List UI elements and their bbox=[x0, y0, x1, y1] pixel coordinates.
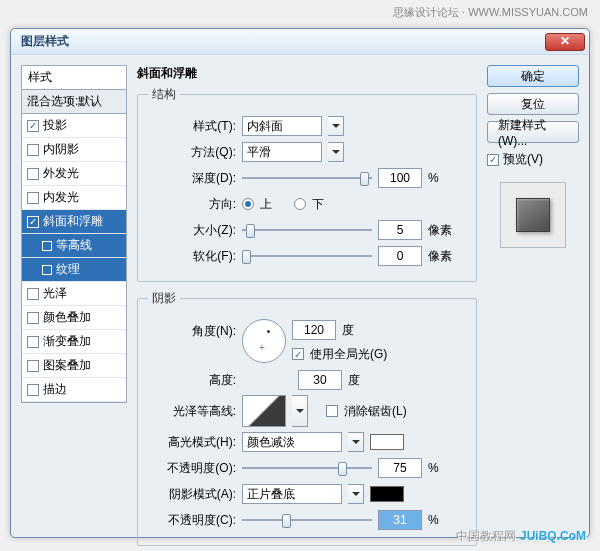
styles-sidebar: 样式 混合选项:默认 投影内阴影外发光内发光斜面和浮雕等高线纹理光泽颜色叠加渐变… bbox=[21, 65, 127, 527]
shadow-mode-select[interactable]: 正片叠底 bbox=[242, 484, 342, 504]
soften-slider[interactable] bbox=[242, 249, 372, 263]
sub-icon bbox=[42, 265, 52, 275]
style-item-label: 内发光 bbox=[43, 189, 79, 206]
watermark-top: 思缘设计论坛 · WWW.MISSYUAN.COM bbox=[393, 5, 588, 20]
style-item-label: 等高线 bbox=[56, 237, 92, 254]
style-checkbox[interactable] bbox=[27, 384, 39, 396]
style-checkbox[interactable] bbox=[27, 144, 39, 156]
gloss-dropdown-icon[interactable] bbox=[292, 395, 308, 427]
direction-down-radio[interactable] bbox=[294, 198, 306, 210]
shadow-opacity-label: 不透明度(C): bbox=[148, 512, 236, 529]
style-item-7[interactable]: 光泽 bbox=[22, 282, 126, 306]
direction-up-radio[interactable] bbox=[242, 198, 254, 210]
cancel-button[interactable]: 复位 bbox=[487, 93, 579, 115]
highlight-opacity-label: 不透明度(O): bbox=[148, 460, 236, 477]
close-button[interactable]: ✕ bbox=[545, 33, 585, 51]
preview-cube-icon bbox=[516, 198, 550, 232]
altitude-input[interactable]: 30 bbox=[298, 370, 342, 390]
shadow-mode-label: 阴影模式(A): bbox=[148, 486, 236, 503]
angle-wheel[interactable]: + bbox=[242, 319, 286, 363]
gloss-contour-label: 光泽等高线: bbox=[148, 403, 236, 420]
style-item-11[interactable]: 描边 bbox=[22, 378, 126, 402]
style-checkbox[interactable] bbox=[27, 168, 39, 180]
size-input[interactable]: 5 bbox=[378, 220, 422, 240]
size-slider[interactable] bbox=[242, 223, 372, 237]
style-checkbox[interactable] bbox=[27, 288, 39, 300]
style-item-label: 投影 bbox=[43, 117, 67, 134]
gloss-contour-picker[interactable] bbox=[242, 395, 286, 427]
direction-down-label: 下 bbox=[312, 196, 324, 213]
style-item-label: 光泽 bbox=[43, 285, 67, 302]
style-select[interactable]: 内斜面 bbox=[242, 116, 322, 136]
new-style-button[interactable]: 新建样式(W)... bbox=[487, 121, 579, 143]
antialias-checkbox[interactable] bbox=[326, 405, 338, 417]
style-item-label: 斜面和浮雕 bbox=[43, 213, 103, 230]
styles-list: 混合选项:默认 投影内阴影外发光内发光斜面和浮雕等高线纹理光泽颜色叠加渐变叠加图… bbox=[21, 89, 127, 403]
angle-label: 角度(N): bbox=[148, 319, 236, 340]
shadow-opacity-slider[interactable] bbox=[242, 513, 372, 527]
style-item-4[interactable]: 斜面和浮雕 bbox=[22, 210, 126, 234]
action-column: 确定 复位 新建样式(W)... 预览(V) bbox=[487, 65, 579, 527]
titlebar: 图层样式 ✕ bbox=[11, 29, 589, 55]
highlight-mode-label: 高光模式(H): bbox=[148, 434, 236, 451]
global-light-label: 使用全局光(G) bbox=[310, 346, 387, 363]
style-item-9[interactable]: 渐变叠加 bbox=[22, 330, 126, 354]
highlight-mode-dropdown-icon[interactable] bbox=[348, 432, 364, 452]
style-checkbox[interactable] bbox=[27, 360, 39, 372]
altitude-label: 高度: bbox=[148, 372, 236, 389]
pixel-unit: 像素 bbox=[428, 222, 452, 239]
technique-dropdown-icon[interactable] bbox=[328, 142, 344, 162]
soften-input[interactable]: 0 bbox=[378, 246, 422, 266]
soften-label: 软化(F): bbox=[148, 248, 236, 265]
angle-input[interactable]: 120 bbox=[292, 320, 336, 340]
shadow-opacity-input[interactable]: 31 bbox=[378, 510, 422, 530]
style-checkbox[interactable] bbox=[27, 336, 39, 348]
blend-options-row[interactable]: 混合选项:默认 bbox=[22, 90, 126, 114]
style-item-label: 内阴影 bbox=[43, 141, 79, 158]
preview-checkbox[interactable] bbox=[487, 154, 499, 166]
depth-input[interactable]: 100 bbox=[378, 168, 422, 188]
style-item-label: 渐变叠加 bbox=[43, 333, 91, 350]
highlight-opacity-input[interactable]: 75 bbox=[378, 458, 422, 478]
style-item-5[interactable]: 等高线 bbox=[22, 234, 126, 258]
percent-unit-2: % bbox=[428, 461, 439, 475]
shadow-mode-dropdown-icon[interactable] bbox=[348, 484, 364, 504]
style-dropdown-icon[interactable] bbox=[328, 116, 344, 136]
highlight-opacity-slider[interactable] bbox=[242, 461, 372, 475]
layer-style-dialog: 图层样式 ✕ 样式 混合选项:默认 投影内阴影外发光内发光斜面和浮雕等高线纹理光… bbox=[10, 28, 590, 538]
style-item-6[interactable]: 纹理 bbox=[22, 258, 126, 282]
percent-unit: % bbox=[428, 171, 439, 185]
shading-group: 阴影 角度(N): + 120 度 使用全局光(G) bbox=[137, 290, 477, 546]
shadow-color-swatch[interactable] bbox=[370, 486, 404, 502]
style-checkbox[interactable] bbox=[27, 192, 39, 204]
technique-label: 方法(Q): bbox=[148, 144, 236, 161]
panel-title: 斜面和浮雕 bbox=[137, 65, 477, 82]
style-item-10[interactable]: 图案叠加 bbox=[22, 354, 126, 378]
depth-slider[interactable] bbox=[242, 171, 372, 185]
antialias-label: 消除锯齿(L) bbox=[344, 403, 407, 420]
style-checkbox[interactable] bbox=[27, 216, 39, 228]
size-label: 大小(Z): bbox=[148, 222, 236, 239]
style-item-2[interactable]: 外发光 bbox=[22, 162, 126, 186]
structure-legend: 结构 bbox=[148, 86, 180, 103]
ok-button[interactable]: 确定 bbox=[487, 65, 579, 87]
styles-header: 样式 bbox=[21, 65, 127, 89]
style-item-1[interactable]: 内阴影 bbox=[22, 138, 126, 162]
style-item-8[interactable]: 颜色叠加 bbox=[22, 306, 126, 330]
global-light-checkbox[interactable] bbox=[292, 348, 304, 360]
style-item-3[interactable]: 内发光 bbox=[22, 186, 126, 210]
style-checkbox[interactable] bbox=[27, 312, 39, 324]
settings-panel: 斜面和浮雕 结构 样式(T): 内斜面 方法(Q): 平滑 深度(D): 100 bbox=[137, 65, 477, 527]
preview-label: 预览(V) bbox=[503, 151, 543, 168]
style-label: 样式(T): bbox=[148, 118, 236, 135]
watermark-bottom: 中国教程网 JUiBQ.CoM bbox=[456, 526, 586, 545]
technique-select[interactable]: 平滑 bbox=[242, 142, 322, 162]
highlight-mode-select[interactable]: 颜色减淡 bbox=[242, 432, 342, 452]
style-checkbox[interactable] bbox=[27, 120, 39, 132]
highlight-color-swatch[interactable] bbox=[370, 434, 404, 450]
style-item-label: 描边 bbox=[43, 381, 67, 398]
direction-label: 方向: bbox=[148, 196, 236, 213]
style-item-0[interactable]: 投影 bbox=[22, 114, 126, 138]
direction-up-label: 上 bbox=[260, 196, 272, 213]
style-item-label: 颜色叠加 bbox=[43, 309, 91, 326]
